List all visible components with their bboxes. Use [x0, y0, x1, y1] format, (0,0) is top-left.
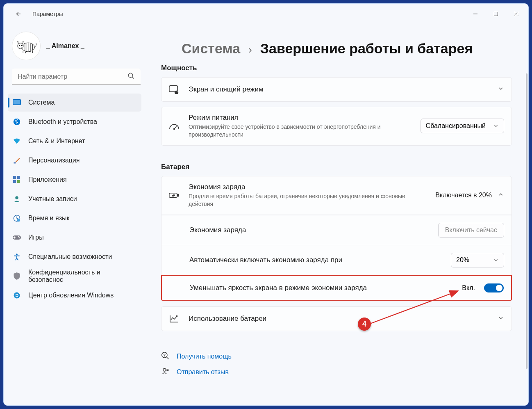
sidebar-item-label: Приложения — [28, 176, 67, 183]
app-title: Параметры — [32, 11, 63, 17]
row-saver-now: Экономия заряда Включить сейчас — [161, 215, 512, 245]
sidebar-item-time-language[interactable]: Время и язык — [8, 209, 141, 227]
chevron-down-icon — [493, 123, 499, 129]
sidebar-item-personalization[interactable]: Персонализация — [8, 151, 141, 169]
sidebar-item-label: Конфиденциальность и безопаснос — [28, 269, 136, 283]
svg-point-7 — [21, 45, 22, 46]
clock-globe-icon — [13, 214, 21, 222]
sidebar-item-windows-update[interactable]: Центр обновления Windows — [8, 286, 141, 304]
back-button[interactable] — [10, 6, 27, 22]
svg-point-29 — [17, 219, 20, 222]
card-subtitle: Продлите время работы батареи, ограничив… — [189, 192, 410, 208]
saver-threshold-select[interactable]: 20% — [451, 253, 504, 267]
turn-on-now-button[interactable]: Включить сейчас — [438, 223, 504, 238]
card-power-mode[interactable]: Режим питания Оптимизируйте свое устройс… — [161, 107, 512, 146]
sidebar-item-label: Персонализация — [28, 157, 80, 164]
card-battery-saver[interactable]: Экономия заряда Продлите время работы ба… — [161, 176, 512, 215]
close-icon — [514, 11, 519, 16]
avatar — [12, 32, 41, 60]
search-input[interactable] — [12, 69, 141, 85]
sidebar-item-gaming[interactable]: Игры — [8, 228, 141, 247]
link-get-help[interactable]: ? Получить помощь — [161, 352, 512, 361]
svg-line-18 — [132, 77, 134, 79]
sidebar-item-apps[interactable]: Приложения — [8, 171, 141, 189]
profile-block[interactable]: _ Almanex _ — [8, 28, 145, 69]
sidebar-item-label: Время и язык — [28, 215, 69, 222]
close-button[interactable] — [506, 6, 527, 22]
svg-point-6 — [19, 45, 20, 46]
card-title: Режим питания — [189, 114, 412, 122]
paintbrush-icon — [13, 156, 21, 165]
row-label: Автоматически включать экономию заряда п… — [189, 256, 442, 264]
link-feedback[interactable]: Отправить отзыв — [161, 367, 512, 377]
select-value: Сбалансированный — [426, 122, 486, 130]
dim-brightness-toggle[interactable] — [484, 283, 504, 292]
battery-saver-status: Включается в 20% — [435, 192, 492, 199]
svg-rect-1 — [494, 12, 498, 16]
minimize-button[interactable] — [465, 6, 486, 22]
svg-point-37 — [174, 128, 175, 130]
sidebar-item-bluetooth[interactable]: Bluetooth и устройства — [8, 113, 141, 131]
chevron-down-icon — [493, 257, 499, 263]
help-icon: ? — [161, 352, 169, 361]
card-title: Экономия заряда — [189, 183, 426, 191]
sidebar: _ Almanex _ Система Bluetooth и устройст… — [4, 24, 145, 405]
svg-rect-39 — [177, 194, 179, 197]
shield-icon — [13, 272, 21, 280]
apps-icon — [13, 176, 21, 184]
svg-text:?: ? — [164, 353, 166, 357]
sidebar-item-accessibility[interactable]: Специальные возможности — [8, 248, 141, 266]
accessibility-icon — [13, 253, 21, 261]
window-controls — [465, 6, 527, 22]
gauge-icon — [169, 121, 180, 131]
row-label: Экономия заряда — [189, 226, 429, 234]
sidebar-item-privacy[interactable]: Конфиденциальность и безопаснос — [8, 267, 141, 285]
annotation-badge: 4 — [358, 318, 371, 331]
main-content: Система › Завершение работы и батарея Мо… — [145, 24, 528, 405]
username: _ Almanex _ — [46, 42, 84, 50]
svg-rect-24 — [17, 176, 20, 179]
arrow-left-icon — [15, 11, 22, 17]
sidebar-item-accounts[interactable]: Учетные записи — [8, 190, 141, 208]
svg-point-32 — [19, 238, 20, 239]
sidebar-item-label: Специальные возможности — [28, 253, 112, 260]
avatar-cat-icon — [16, 36, 36, 56]
person-icon — [13, 195, 21, 203]
settings-window: Параметры — [3, 3, 529, 406]
link-label: Отправить отзыв — [177, 368, 229, 376]
power-mode-select[interactable]: Сбалансированный — [421, 119, 504, 133]
chevron-down-icon — [498, 85, 504, 94]
card-screen-sleep[interactable]: Экран и спящий режим — [161, 77, 512, 102]
card-title: Экран и спящий режим — [189, 85, 489, 94]
svg-point-5 — [18, 43, 23, 49]
breadcrumb-current: Завершение работы и батарея — [260, 41, 473, 57]
update-icon — [13, 291, 21, 299]
svg-rect-23 — [13, 176, 16, 179]
card-battery-usage[interactable]: Использование батареи — [161, 306, 512, 331]
row-dim-brightness: Уменьшать яркость экрана в режиме эконом… — [161, 275, 512, 301]
minimize-icon — [473, 11, 478, 16]
search-box — [12, 69, 141, 85]
sidebar-item-label: Игры — [28, 234, 44, 241]
svg-rect-22 — [14, 162, 16, 164]
sidebar-item-label: Сеть & и Интернет — [28, 137, 85, 145]
battery-leaf-icon — [169, 190, 180, 201]
section-header-power: Мощность — [161, 64, 512, 72]
link-label: Получить помощь — [177, 353, 232, 360]
svg-point-17 — [128, 73, 133, 78]
chevron-up-icon — [498, 191, 504, 199]
row-saver-auto: Автоматически включать экономию заряда п… — [161, 245, 512, 275]
search-icon — [127, 72, 135, 81]
feedback-icon — [161, 367, 169, 377]
breadcrumb-parent[interactable]: Система — [182, 41, 240, 57]
maximize-icon — [493, 11, 498, 16]
scrollbar[interactable] — [526, 73, 527, 369]
sidebar-item-system[interactable]: Система — [8, 94, 141, 112]
sidebar-item-label: Bluetooth и устройства — [28, 118, 97, 126]
svg-rect-26 — [17, 180, 20, 183]
breadcrumb-separator: › — [248, 43, 252, 56]
svg-point-33 — [16, 254, 18, 255]
maximize-button[interactable] — [486, 6, 506, 22]
sidebar-item-network[interactable]: Сеть & и Интернет — [8, 132, 141, 150]
svg-rect-20 — [14, 100, 20, 105]
